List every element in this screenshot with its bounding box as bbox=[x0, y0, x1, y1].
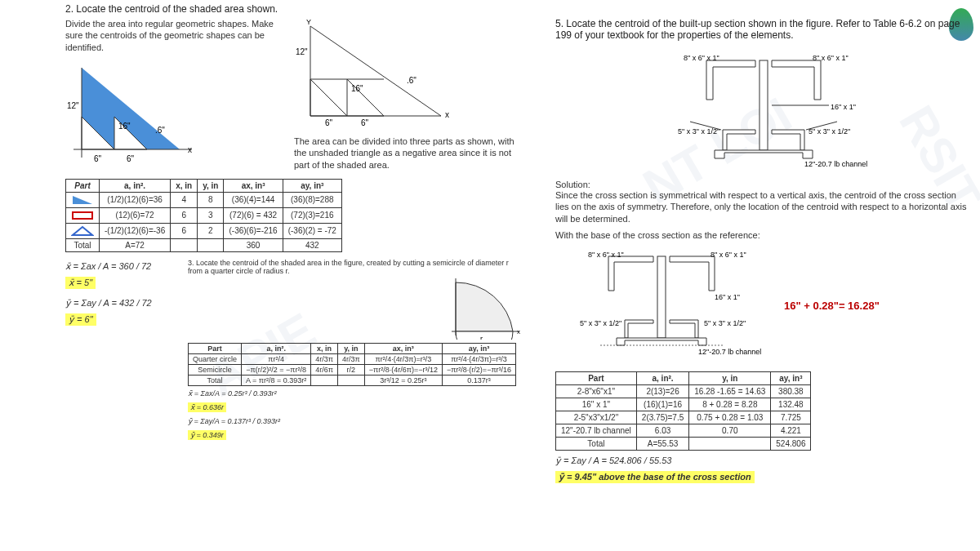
svg-text:16" x 1": 16" x 1" bbox=[715, 293, 740, 301]
svg-text:6": 6" bbox=[127, 154, 135, 163]
svg-rect-29 bbox=[760, 60, 768, 150]
svg-text:5" x 3" x 1/2": 5" x 3" x 1/2" bbox=[580, 319, 621, 327]
solution-p1: Since the cross section is symmetrical w… bbox=[555, 189, 972, 224]
p5-ybar-result: ȳ = 9.45" above the base of the cross se… bbox=[555, 471, 755, 483]
problem2-table: Part a, in². x, in y, in ax, in³ ay, in³… bbox=[65, 179, 342, 252]
svg-text:x: x bbox=[517, 328, 520, 335]
problem2-parts-note: The area can be divided into three parts… bbox=[294, 136, 523, 171]
svg-text:Y: Y bbox=[306, 18, 311, 26]
svg-text:6": 6" bbox=[94, 154, 102, 163]
p3-ybar-eq: ȳ = Σay/A = 0.137r³ / 0.393r² bbox=[188, 417, 523, 425]
p3-xbar-eq: x̄ = Σax/A = 0.25r³ / 0.393r² bbox=[188, 389, 523, 398]
svg-text:x: x bbox=[445, 110, 449, 119]
svg-text:6": 6" bbox=[361, 118, 369, 127]
svg-text:8" x 6" x 1": 8" x 6" x 1" bbox=[588, 251, 624, 259]
p3-ybar-result: ȳ = 0.349r bbox=[188, 430, 226, 440]
svg-text:12"-20.7 lb channel: 12"-20.7 lb channel bbox=[698, 348, 761, 356]
svg-text:16" x 1": 16" x 1" bbox=[831, 103, 856, 111]
problem3-table: Parta, in².x, iny, inax, in³ay, in³ Quar… bbox=[188, 343, 516, 386]
problem2-title: 2. Locate the centroid of the shaded are… bbox=[65, 3, 523, 15]
p5-ybar-eq: ȳ = Σay / A = 524.806 / 55.53 bbox=[555, 455, 972, 466]
solution-heading: Solution: bbox=[555, 180, 972, 189]
p3-xbar-result: x̄ = 0.636r bbox=[188, 402, 226, 412]
total-height-dim: 16" + 0.28"= 16.28" bbox=[784, 300, 880, 312]
svg-text:.6": .6" bbox=[155, 126, 165, 135]
p2-ybar-eq: ȳ = Σay / A = 432 / 72 bbox=[65, 298, 163, 309]
problem5-section-diagram: 8" x 6" x 1" 8" x 6" x 1" 16" x 1" 5" x … bbox=[641, 44, 886, 175]
svg-text:8" x 6" x 1": 8" x 6" x 1" bbox=[684, 54, 719, 62]
svg-marker-24 bbox=[73, 227, 92, 235]
svg-marker-13 bbox=[310, 79, 347, 116]
svg-text:12": 12" bbox=[67, 101, 79, 110]
problem3-diagram: r x bbox=[449, 278, 523, 340]
problem5-table: Parta, in².y, inay, in³ 2-8"x6"x1"2(13)=… bbox=[555, 371, 811, 451]
p2-xbar-eq: x̄ = Σax / A = 360 / 72 bbox=[65, 261, 163, 272]
svg-text:6": 6" bbox=[325, 118, 333, 127]
svg-text:x: x bbox=[188, 145, 192, 154]
solution-p2: With the base of the cross section as th… bbox=[555, 229, 972, 241]
svg-text:.6": .6" bbox=[407, 76, 416, 85]
problem2-instructions: Divide the area into regular geometric s… bbox=[65, 18, 278, 53]
svg-text:12"-20.7 lb channel: 12"-20.7 lb channel bbox=[804, 160, 867, 168]
svg-text:16": 16" bbox=[118, 122, 131, 131]
svg-rect-39 bbox=[657, 256, 666, 338]
problem2-parts-diagram: Y 12" 16" .6" 6" 6" x bbox=[294, 18, 457, 132]
svg-text:5" x 3" x 1/2": 5" x 3" x 1/2" bbox=[704, 319, 746, 327]
svg-text:r: r bbox=[480, 335, 483, 340]
svg-text:16": 16" bbox=[351, 84, 363, 93]
problem3-title: 3. Locate the centroid of the shaded are… bbox=[188, 259, 523, 275]
svg-text:12": 12" bbox=[296, 47, 308, 56]
svg-text:5" x 3" x 1/2": 5" x 3" x 1/2" bbox=[678, 127, 719, 136]
svg-text:8" x 6" x 1": 8" x 6" x 1" bbox=[710, 251, 746, 259]
problem5-title: 5. Locate the centroid of the built-up s… bbox=[555, 18, 972, 41]
p2-ybar-result: ȳ = 6" bbox=[65, 313, 96, 326]
svg-text:8" x 6" x 1": 8" x 6" x 1" bbox=[813, 54, 849, 62]
svg-marker-11 bbox=[310, 26, 441, 116]
p2-xbar-result: x̄ = 5" bbox=[65, 277, 96, 289]
svg-marker-22 bbox=[73, 196, 92, 204]
svg-text:5" x 3" x 1/2": 5" x 3" x 1/2" bbox=[808, 127, 850, 136]
svg-rect-23 bbox=[73, 212, 92, 219]
problem2-shape-diagram: 12" 16" 6" 6" .6" x bbox=[65, 60, 196, 166]
problem5-reference-diagram: 8" x 6" x 1" 8" x 6" x 1" 16" x 1" 5" x … bbox=[555, 244, 776, 367]
